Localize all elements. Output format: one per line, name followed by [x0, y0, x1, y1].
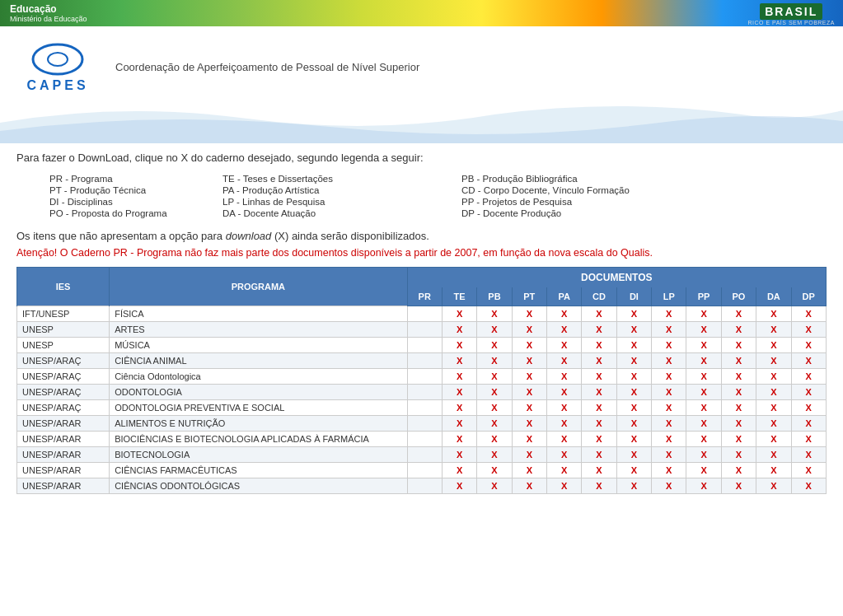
cell-pt[interactable]: X [512, 385, 546, 400]
cell-lp[interactable]: X [652, 400, 686, 416]
download-link-di[interactable]: X [631, 340, 637, 350]
download-link-da[interactable]: X [770, 403, 776, 413]
download-link-dp[interactable]: X [806, 465, 812, 475]
download-link-te[interactable]: X [457, 481, 462, 491]
download-link-di[interactable]: X [631, 324, 637, 334]
download-link-cd[interactable]: X [596, 371, 602, 381]
cell-pp[interactable]: X [686, 369, 721, 385]
cell-pp[interactable]: X [686, 416, 721, 432]
download-link-lp[interactable]: X [666, 387, 672, 397]
download-link-po[interactable]: X [736, 450, 742, 460]
cell-cd[interactable]: X [582, 369, 616, 385]
cell-dp[interactable]: X [791, 322, 827, 338]
cell-po[interactable]: X [721, 400, 756, 416]
download-link-di[interactable]: X [631, 403, 637, 413]
cell-te[interactable]: X [442, 463, 476, 478]
cell-da[interactable]: X [756, 447, 791, 463]
cell-pp[interactable]: X [686, 447, 721, 463]
cell-te[interactable]: X [442, 416, 476, 432]
cell-pp[interactable]: X [686, 306, 721, 322]
cell-pt[interactable]: X [512, 400, 546, 416]
cell-pt[interactable]: X [512, 432, 546, 447]
cell-pp[interactable]: X [686, 478, 721, 494]
cell-pp[interactable]: X [686, 353, 721, 369]
download-link-di[interactable]: X [631, 356, 637, 366]
download-link-dp[interactable]: X [806, 418, 812, 428]
cell-te[interactable]: X [442, 447, 476, 463]
download-link-pp[interactable]: X [700, 356, 706, 366]
download-link-pp[interactable]: X [700, 371, 706, 381]
cell-po[interactable]: X [721, 306, 756, 322]
cell-da[interactable]: X [756, 306, 791, 322]
download-link-lp[interactable]: X [666, 481, 672, 491]
cell-po[interactable]: X [721, 432, 756, 447]
cell-cd[interactable]: X [582, 322, 616, 338]
cell-dp[interactable]: X [791, 385, 827, 400]
download-link-lp[interactable]: X [666, 465, 672, 475]
cell-cd[interactable]: X [582, 447, 616, 463]
cell-pb[interactable]: X [477, 322, 512, 338]
download-link-po[interactable]: X [736, 465, 742, 475]
cell-pa[interactable]: X [546, 478, 581, 494]
cell-te[interactable]: X [442, 338, 476, 353]
cell-pt[interactable]: X [512, 447, 546, 463]
download-link-te[interactable]: X [457, 450, 462, 460]
cell-pa[interactable]: X [546, 447, 581, 463]
cell-lp[interactable]: X [652, 306, 686, 322]
cell-dp[interactable]: X [791, 338, 827, 353]
download-link-pt[interactable]: X [527, 450, 532, 460]
cell-da[interactable]: X [756, 432, 791, 447]
download-link-pa[interactable]: X [561, 450, 567, 460]
download-link-cd[interactable]: X [596, 387, 602, 397]
download-link-te[interactable]: X [457, 324, 462, 334]
download-link-da[interactable]: X [770, 387, 776, 397]
cell-pb[interactable]: X [477, 306, 512, 322]
cell-cd[interactable]: X [582, 463, 616, 478]
download-link-te[interactable]: X [457, 356, 462, 366]
cell-pb[interactable]: X [477, 338, 512, 353]
cell-da[interactable]: X [756, 385, 791, 400]
download-link-pb[interactable]: X [491, 403, 497, 413]
download-link-pb[interactable]: X [491, 371, 497, 381]
cell-lp[interactable]: X [652, 338, 686, 353]
cell-pb[interactable]: X [477, 400, 512, 416]
cell-di[interactable]: X [616, 478, 651, 494]
cell-pa[interactable]: X [546, 463, 581, 478]
cell-pt[interactable]: X [512, 416, 546, 432]
download-link-pt[interactable]: X [527, 356, 532, 366]
cell-da[interactable]: X [756, 463, 791, 478]
download-link-cd[interactable]: X [596, 434, 602, 444]
download-link-dp[interactable]: X [806, 450, 812, 460]
cell-da[interactable]: X [756, 478, 791, 494]
cell-lp[interactable]: X [652, 478, 686, 494]
download-link-pa[interactable]: X [561, 387, 567, 397]
download-link-lp[interactable]: X [666, 418, 672, 428]
cell-dp[interactable]: X [791, 353, 827, 369]
cell-pa[interactable]: X [546, 369, 581, 385]
cell-pa[interactable]: X [546, 306, 581, 322]
cell-pa[interactable]: X [546, 432, 581, 447]
download-link-te[interactable]: X [457, 403, 462, 413]
download-link-di[interactable]: X [631, 465, 637, 475]
download-link-dp[interactable]: X [806, 387, 812, 397]
download-link-po[interactable]: X [736, 403, 742, 413]
cell-cd[interactable]: X [582, 353, 616, 369]
cell-cd[interactable]: X [582, 306, 616, 322]
download-link-pa[interactable]: X [561, 434, 567, 444]
cell-pa[interactable]: X [546, 400, 581, 416]
cell-pb[interactable]: X [477, 478, 512, 494]
download-link-po[interactable]: X [736, 481, 742, 491]
cell-dp[interactable]: X [791, 306, 827, 322]
cell-di[interactable]: X [616, 306, 651, 322]
download-link-pp[interactable]: X [700, 418, 706, 428]
download-link-pt[interactable]: X [527, 371, 532, 381]
download-link-pp[interactable]: X [700, 450, 706, 460]
download-link-da[interactable]: X [770, 434, 776, 444]
download-link-pa[interactable]: X [561, 371, 567, 381]
cell-da[interactable]: X [756, 338, 791, 353]
download-link-di[interactable]: X [631, 371, 637, 381]
cell-pb[interactable]: X [477, 447, 512, 463]
download-link-dp[interactable]: X [806, 324, 812, 334]
cell-po[interactable]: X [721, 447, 756, 463]
download-link-da[interactable]: X [770, 371, 776, 381]
